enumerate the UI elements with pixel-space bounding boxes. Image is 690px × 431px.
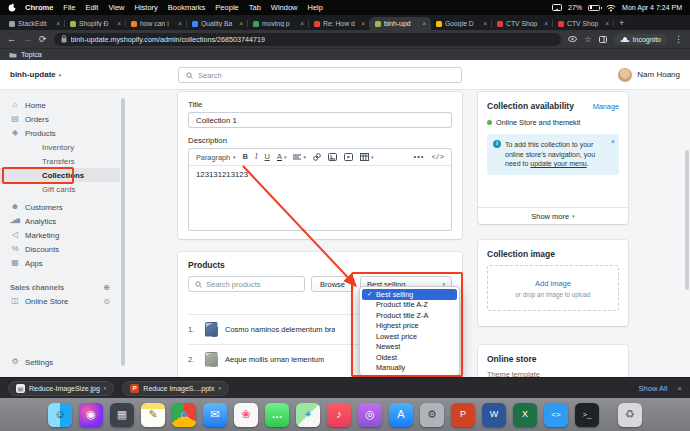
sort-option[interactable]: Oldest xyxy=(362,352,457,363)
browser-tab[interactable]: Quality Ba × xyxy=(187,17,248,30)
downloads-close-icon[interactable]: × xyxy=(677,384,682,393)
product-name[interactable]: Cosmo naminos delementum bra xyxy=(225,325,335,334)
menubar-clock[interactable]: Mon Apr 4 7:24 PM xyxy=(622,4,682,11)
sort-option[interactable]: Highest price xyxy=(362,321,457,332)
store-switcher[interactable]: binh-update ▾ xyxy=(10,60,61,89)
paragraph-style-select[interactable]: Paragraph ▾ xyxy=(196,153,236,162)
menubar-item[interactable]: History xyxy=(130,3,163,12)
photos-icon[interactable]: ❀ xyxy=(234,403,258,427)
tab-close-icon[interactable]: × xyxy=(483,20,487,27)
alignment-button[interactable]: ▾ xyxy=(293,154,306,160)
sort-option[interactable]: Newest xyxy=(362,342,457,353)
browse-button[interactable]: Browse xyxy=(311,276,354,292)
sidebar-item-settings[interactable]: ⚙ Settings xyxy=(0,355,120,369)
tab-close-icon[interactable]: × xyxy=(300,20,304,27)
user-menu[interactable]: Nam Hoang xyxy=(618,60,680,89)
browser-tab[interactable]: StackEdit × xyxy=(4,17,65,30)
product-name[interactable]: Aeque mollis urnan lementum xyxy=(225,355,324,364)
wifi-icon[interactable] xyxy=(606,4,616,12)
manage-link[interactable]: Manage xyxy=(593,102,619,111)
download-item[interactable]: ▤ Reduce-ImageSize.jpg ▾ xyxy=(8,381,114,396)
tab-close-icon[interactable]: × xyxy=(239,20,243,27)
menubar-item[interactable]: Bookmarks xyxy=(163,3,211,12)
menubar-item[interactable]: Chrome xyxy=(20,3,58,12)
sidebar-item-inventory[interactable]: Inventory xyxy=(0,140,120,154)
browser-tab[interactable]: Google D × xyxy=(431,17,492,30)
show-html-button[interactable]: </> xyxy=(431,154,444,161)
siri-icon[interactable]: ◉ xyxy=(79,403,103,427)
manage-channels-icon[interactable]: ⊕ xyxy=(103,283,110,292)
finder-icon[interactable]: ☺ xyxy=(48,403,72,427)
menubar-item[interactable]: Tab xyxy=(244,3,266,12)
chrome-icon[interactable]: ● xyxy=(172,403,196,427)
vscode-icon[interactable]: <> xyxy=(544,403,568,427)
sidebar-item-orders[interactable]: ▤ Orders xyxy=(0,112,120,126)
tab-close-icon[interactable]: × xyxy=(544,20,548,27)
terminal-icon[interactable]: >_ xyxy=(575,403,599,427)
back-button[interactable]: ← xyxy=(7,35,16,44)
sidebar-item-gift-cards[interactable]: Gift cards xyxy=(0,182,120,196)
notes-icon[interactable]: ✎ xyxy=(141,403,165,427)
sidebar-item-customers[interactable]: ☻ Customers xyxy=(0,200,120,214)
banner-close-icon[interactable]: × xyxy=(611,137,615,147)
menubar-item[interactable]: People xyxy=(210,3,243,12)
menubar-item[interactable]: File xyxy=(58,3,80,12)
side-panel-icon[interactable] xyxy=(599,36,607,43)
browser-tab[interactable]: CTV Shop × xyxy=(553,17,614,30)
browser-tab[interactable]: moving p × xyxy=(248,17,309,30)
privacy-eye-icon[interactable] xyxy=(568,36,577,42)
launchpad-icon[interactable]: ▦ xyxy=(110,403,134,427)
tab-close-icon[interactable]: × xyxy=(605,20,609,27)
sidebar-scrollbar[interactable] xyxy=(121,98,125,366)
sidebar-item-home[interactable]: ⌂ Home xyxy=(0,98,120,112)
screen-mirroring-icon[interactable] xyxy=(552,4,562,11)
image-dropzone[interactable]: Add image or drop an image to upload xyxy=(487,265,619,311)
download-item[interactable]: P Reduce ImageS....pptx ▾ xyxy=(122,381,229,396)
show-more-button[interactable]: Show more ▾ xyxy=(478,207,628,224)
sidebar-item-online-store[interactable]: ◫ Online Store ⊙ xyxy=(0,294,120,308)
view-store-eye-icon[interactable]: ⊙ xyxy=(103,297,110,306)
sort-option[interactable]: ✓ Best selling xyxy=(362,289,457,300)
maps-icon[interactable]: ⌖ xyxy=(296,403,320,427)
sidebar-item-products[interactable]: ◈ Products xyxy=(0,126,120,140)
title-input[interactable]: Collection 1 xyxy=(188,112,452,128)
insert-video-button[interactable] xyxy=(344,153,353,161)
apple-menu-icon[interactable] xyxy=(8,3,17,12)
browser-tab[interactable]: CTV Shop × xyxy=(492,17,553,30)
music-icon[interactable]: ♪ xyxy=(327,403,351,427)
update-menu-link[interactable]: update your menu xyxy=(530,160,586,167)
browser-tab[interactable]: Shopify Đ × xyxy=(65,17,126,30)
tab-close-icon[interactable]: × xyxy=(422,20,426,27)
tab-close-icon[interactable]: × xyxy=(56,20,60,27)
tab-close-icon[interactable]: × xyxy=(117,20,121,27)
page-scrollbar[interactable] xyxy=(685,150,689,290)
italic-button[interactable]: I xyxy=(255,153,258,161)
menubar-item[interactable]: Help xyxy=(303,3,328,12)
tab-close-icon[interactable]: × xyxy=(361,20,365,27)
underline-button[interactable]: U xyxy=(265,153,270,161)
browser-tab[interactable]: how can i × xyxy=(126,17,187,30)
app-store-icon[interactable]: A xyxy=(389,403,413,427)
address-bar[interactable]: binh-update.myshopify.com/admin/collecti… xyxy=(54,33,562,46)
show-all-downloads-button[interactable]: Show All xyxy=(639,384,668,393)
trash-icon[interactable]: ♻ xyxy=(618,403,642,427)
link-button[interactable] xyxy=(313,153,321,161)
chevron-down-icon[interactable]: ▾ xyxy=(219,385,222,391)
sort-option[interactable]: Product title A-Z xyxy=(362,300,457,311)
browser-tab[interactable]: binh-upd × xyxy=(370,17,431,30)
reload-button[interactable]: ⟳ xyxy=(39,35,47,44)
sidebar-item-discounts[interactable]: % Discounts xyxy=(0,242,120,256)
excel-icon[interactable]: X xyxy=(513,403,537,427)
forward-button[interactable]: → xyxy=(23,35,32,44)
sidebar-item-marketing[interactable]: ◁ Marketing xyxy=(0,228,120,242)
sidebar-item-analytics[interactable]: ▂▅▇ Analytics xyxy=(0,214,120,228)
sort-option[interactable]: Lowest price xyxy=(362,331,457,342)
podcasts-icon[interactable]: ◎ xyxy=(358,403,382,427)
sidebar-item-transfers[interactable]: Transfers xyxy=(0,154,120,168)
admin-search-bar[interactable]: Search xyxy=(178,67,462,83)
insert-table-button[interactable]: ▾ xyxy=(360,153,374,161)
text-color-button[interactable]: A ▾ xyxy=(277,153,287,162)
chevron-down-icon[interactable]: ▾ xyxy=(104,385,107,391)
menubar-item[interactable]: Edit xyxy=(80,3,103,12)
system-preferences-icon[interactable]: ⚙ xyxy=(420,403,444,427)
